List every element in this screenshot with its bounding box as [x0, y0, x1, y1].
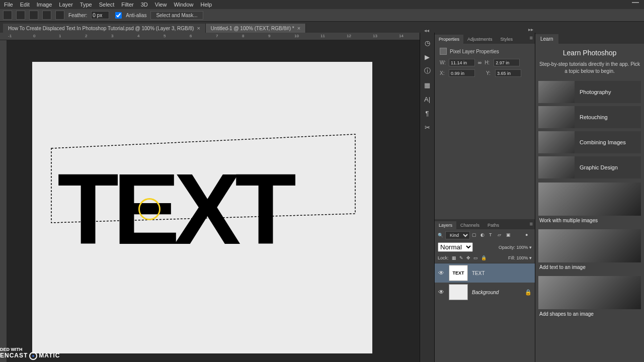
card-title: Retouching — [580, 114, 608, 120]
link-wh-icon[interactable]: ∞ — [478, 60, 481, 65]
x-input[interactable] — [449, 69, 475, 77]
antialias-checkbox[interactable] — [115, 12, 122, 19]
add-selection-icon[interactable] — [29, 11, 38, 20]
menu-image[interactable]: Image — [37, 2, 52, 8]
tutorial-card-add-text[interactable]: Add text to an image — [538, 229, 641, 272]
canvas[interactable]: TEXT — [32, 62, 372, 353]
card-image — [538, 276, 641, 309]
filter-search-icon[interactable]: 🔍 — [438, 233, 443, 238]
layer-visibility-icon[interactable]: 👁 — [438, 289, 445, 296]
filter-shape-icon[interactable]: ▱ — [498, 232, 504, 239]
tab-layers[interactable]: Layers — [435, 221, 456, 229]
menu-type[interactable]: Type — [80, 2, 92, 8]
menu-edit[interactable]: Edit — [20, 2, 30, 8]
learn-card-retouching[interactable]: Retouching — [538, 106, 641, 128]
filter-adjust-icon[interactable]: ◐ — [480, 232, 487, 239]
learn-title: Learn Photoshop — [538, 49, 641, 57]
lock-trans-icon[interactable]: ▦ — [452, 255, 456, 260]
ruler-tick: 7 — [216, 34, 218, 38]
learn-card-photography[interactable]: Photography — [538, 81, 641, 103]
layer-lock-icon[interactable]: 🔒 — [525, 289, 532, 296]
lock-image-icon[interactable]: ✎ — [459, 255, 463, 260]
minimize-button[interactable] — [632, 2, 639, 3]
layers-menu-icon[interactable]: ≡ — [530, 221, 533, 227]
document-tabs: How To Create Displaced Text In Photosho… — [0, 22, 644, 33]
actions-icon[interactable]: ▶ — [423, 53, 431, 61]
height-input[interactable] — [494, 59, 520, 66]
collapse-panels-icon[interactable]: ▸▸ — [528, 27, 533, 32]
filter-smart-icon[interactable]: ▣ — [506, 232, 513, 239]
tutorial-card-multiple-images[interactable]: Work with multiple images — [538, 183, 641, 225]
y-label: Y: — [486, 70, 492, 76]
layer-row-background[interactable]: 👁 Background 🔒 — [435, 283, 535, 302]
tab-1-close-icon[interactable]: × — [197, 25, 200, 31]
learn-panel-tab-bar: ▸▸ Learn — [535, 33, 644, 44]
menu-filter[interactable]: Filter — [121, 2, 133, 8]
history-icon[interactable]: ◷ — [423, 39, 431, 47]
layer-name[interactable]: TEXT — [472, 270, 485, 276]
layer-thumbnail[interactable]: TEXT — [449, 265, 468, 281]
layer-name[interactable]: Background — [472, 290, 499, 295]
learn-panel: ▸▸ Learn Learn Photoshop Step-by-step tu… — [535, 33, 644, 362]
learn-description: Step-by-step tutorials directly in the a… — [538, 61, 641, 75]
width-input[interactable] — [449, 59, 475, 66]
tab-learn[interactable]: Learn — [535, 34, 558, 44]
card-image — [538, 106, 575, 128]
y-input[interactable] — [495, 69, 521, 77]
opacity-value[interactable]: 100% — [516, 245, 528, 250]
card-image — [538, 131, 575, 153]
tab-channels[interactable]: Channels — [456, 221, 484, 229]
lock-pos-icon[interactable]: ✥ — [466, 255, 470, 260]
scissors-icon[interactable]: ✂ — [423, 123, 431, 131]
menu-3d[interactable]: 3D — [141, 2, 148, 8]
menu-window[interactable]: Window — [174, 2, 193, 8]
panel-menu-icon[interactable]: ≡ — [530, 35, 533, 41]
properties-header: Pixel Layer Properties — [450, 49, 499, 54]
blend-mode-select[interactable]: Normal — [438, 242, 473, 252]
tab-properties[interactable]: Properties — [435, 35, 463, 44]
filter-type-icon[interactable]: T — [489, 232, 496, 239]
lock-all-icon[interactable]: 🔒 — [481, 255, 487, 260]
filter-toggle-icon[interactable]: ● — [525, 232, 532, 239]
expand-panels-icon[interactable]: ◂◂ — [424, 28, 429, 33]
subtract-selection-icon[interactable] — [42, 11, 51, 20]
ruler-tick: 14 — [399, 34, 404, 38]
tool-icon[interactable] — [3, 11, 12, 20]
learn-card-combining[interactable]: Combining Images — [538, 131, 641, 153]
menu-file[interactable]: File — [4, 2, 13, 8]
filter-pixel-icon[interactable]: ▢ — [472, 232, 478, 239]
swatches-icon[interactable]: ▦ — [423, 81, 431, 89]
watermark-line2: ENCAST — [0, 352, 28, 359]
menu-layer[interactable]: Layer — [59, 2, 73, 8]
lock-artboard-icon[interactable]: ▭ — [473, 255, 478, 260]
layer-thumbnail[interactable] — [449, 284, 468, 300]
layers-panel-tabs: Layers Channels Paths ≡ — [435, 219, 535, 229]
paragraph-icon[interactable]: ¶ — [423, 109, 431, 117]
document-tab-1[interactable]: How To Create Displaced Text In Photosho… — [3, 24, 206, 33]
menu-select[interactable]: Select — [99, 2, 115, 8]
menu-help[interactable]: Help — [201, 2, 212, 8]
fill-value[interactable]: 100% — [516, 255, 528, 260]
tutorial-card-add-shapes[interactable]: Add shapes to an image — [538, 276, 641, 319]
tab-styles[interactable]: Styles — [497, 35, 517, 44]
layer-row-text[interactable]: 👁 TEXT TEXT — [435, 263, 535, 283]
new-selection-icon[interactable] — [16, 11, 25, 20]
tab-2-close-icon[interactable]: × — [297, 25, 300, 31]
canvas-area[interactable]: -1 0 1 2 3 4 5 6 7 8 9 10 11 12 13 14 TE… — [0, 33, 420, 362]
menu-view[interactable]: View — [155, 2, 167, 8]
tab-paths[interactable]: Paths — [484, 221, 503, 229]
filter-type-select[interactable]: Kind — [445, 231, 470, 239]
ruler-tick: 12 — [347, 34, 351, 38]
character-icon[interactable]: A| — [423, 95, 431, 103]
info-icon[interactable]: ⓘ — [423, 67, 431, 75]
tab-adjustments[interactable]: Adjustments — [463, 35, 497, 44]
tab-2-title: Untitled-1 @ 100% (TEXT, RGB/8#) * — [211, 26, 294, 31]
document-tab-2[interactable]: Untitled-1 @ 100% (TEXT, RGB/8#) * × — [206, 24, 306, 33]
layer-visibility-icon[interactable]: 👁 — [438, 269, 445, 277]
select-and-mask-button[interactable]: Select and Mask... — [150, 11, 203, 20]
canvas-text-object[interactable]: TEXT — [57, 151, 290, 267]
intersect-selection-icon[interactable] — [55, 11, 64, 20]
card-image — [538, 156, 575, 178]
learn-card-graphicdesign[interactable]: Graphic Design — [538, 156, 641, 178]
feather-input[interactable] — [91, 11, 109, 19]
